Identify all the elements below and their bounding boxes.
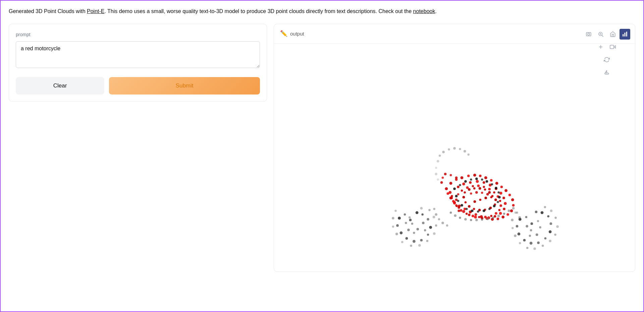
left-wheel bbox=[392, 207, 437, 247]
svg-point-79 bbox=[556, 225, 559, 228]
svg-point-78 bbox=[554, 234, 556, 236]
svg-point-67 bbox=[539, 226, 541, 229]
canvas-area bbox=[274, 44, 635, 271]
svg-point-120 bbox=[502, 197, 505, 199]
desc-text-2: . This demo uses a small, worse quality … bbox=[104, 8, 413, 14]
svg-point-233 bbox=[475, 219, 478, 222]
notebook-link[interactable]: notebook bbox=[413, 8, 435, 14]
svg-point-159 bbox=[494, 198, 497, 201]
svg-point-123 bbox=[499, 212, 502, 215]
svg-point-47 bbox=[428, 209, 431, 211]
svg-point-215 bbox=[467, 153, 470, 156]
svg-point-121 bbox=[504, 202, 507, 205]
svg-point-217 bbox=[435, 167, 437, 169]
svg-point-173 bbox=[488, 191, 491, 194]
svg-point-192 bbox=[475, 178, 478, 180]
svg-point-196 bbox=[495, 187, 497, 189]
svg-point-165 bbox=[468, 205, 471, 208]
svg-point-201 bbox=[488, 208, 491, 210]
clear-button[interactable]: Clear bbox=[16, 77, 104, 95]
svg-point-50 bbox=[525, 216, 528, 218]
desc-text-3: . bbox=[435, 8, 436, 14]
svg-point-115 bbox=[476, 180, 479, 183]
svg-point-66 bbox=[536, 233, 538, 236]
svg-point-127 bbox=[474, 215, 477, 219]
svg-point-214 bbox=[464, 150, 466, 153]
chart-button[interactable] bbox=[620, 29, 630, 40]
svg-point-27 bbox=[416, 211, 419, 214]
svg-point-33 bbox=[409, 216, 411, 219]
svg-point-180 bbox=[475, 191, 478, 194]
svg-point-169 bbox=[468, 188, 471, 191]
svg-point-211 bbox=[448, 148, 450, 151]
svg-point-61 bbox=[541, 211, 544, 214]
svg-point-113 bbox=[462, 183, 465, 186]
svg-point-216 bbox=[437, 160, 439, 163]
svg-point-225 bbox=[512, 207, 515, 210]
svg-point-144 bbox=[498, 209, 501, 211]
screenshot-button[interactable] bbox=[583, 29, 594, 40]
point-e-link[interactable]: Point-E bbox=[87, 8, 104, 14]
svg-point-53 bbox=[518, 233, 521, 236]
svg-point-68 bbox=[537, 220, 539, 222]
svg-point-178 bbox=[458, 209, 460, 212]
svg-point-41 bbox=[410, 245, 412, 247]
submit-button[interactable]: Submit bbox=[109, 77, 260, 95]
chassis-gray bbox=[433, 207, 521, 227]
svg-point-147 bbox=[484, 216, 487, 219]
svg-point-116 bbox=[483, 181, 485, 184]
svg-point-156 bbox=[479, 199, 481, 201]
home-button[interactable] bbox=[607, 29, 618, 40]
svg-point-81 bbox=[550, 209, 553, 212]
svg-point-220 bbox=[433, 208, 435, 210]
button-row: Clear Submit bbox=[16, 77, 260, 95]
svg-point-199 bbox=[497, 201, 499, 203]
svg-point-238 bbox=[503, 213, 505, 215]
svg-point-86 bbox=[467, 175, 470, 177]
svg-point-96 bbox=[512, 204, 515, 207]
output-header: ✏️ output bbox=[274, 24, 635, 44]
svg-point-224 bbox=[446, 225, 448, 227]
svg-point-200 bbox=[493, 205, 496, 207]
svg-point-168 bbox=[464, 191, 466, 194]
svg-point-111 bbox=[445, 187, 448, 190]
svg-point-133 bbox=[448, 191, 451, 194]
handlebars bbox=[435, 147, 470, 181]
svg-point-82 bbox=[544, 206, 546, 208]
svg-point-198 bbox=[498, 196, 501, 199]
svg-point-209 bbox=[439, 154, 441, 157]
svg-point-191 bbox=[470, 179, 472, 181]
desc-text-1: Generated 3D Point Clouds with bbox=[9, 8, 87, 14]
svg-point-64 bbox=[526, 225, 528, 228]
svg-point-100 bbox=[497, 217, 499, 220]
svg-point-70 bbox=[511, 219, 514, 222]
svg-point-75 bbox=[533, 247, 536, 250]
svg-point-193 bbox=[481, 179, 483, 181]
svg-point-73 bbox=[519, 242, 521, 244]
svg-point-137 bbox=[477, 185, 480, 187]
svg-point-231 bbox=[464, 218, 467, 221]
svg-point-223 bbox=[441, 222, 444, 224]
svg-point-1 bbox=[588, 33, 590, 35]
svg-point-90 bbox=[490, 179, 493, 182]
svg-point-32 bbox=[405, 222, 407, 224]
prompt-textarea[interactable]: a red motorcycle bbox=[16, 41, 260, 68]
svg-point-22 bbox=[420, 239, 423, 242]
svg-point-208 bbox=[455, 195, 458, 197]
svg-point-37 bbox=[392, 217, 394, 220]
svg-point-128 bbox=[468, 213, 471, 216]
svg-point-151 bbox=[460, 209, 463, 212]
svg-point-98 bbox=[506, 213, 509, 216]
svg-point-188 bbox=[453, 187, 456, 190]
svg-point-52 bbox=[516, 225, 519, 228]
svg-point-232 bbox=[470, 219, 472, 221]
output-icon: ✏️ bbox=[280, 29, 287, 39]
svg-point-35 bbox=[424, 229, 426, 232]
page-wrapper: Generated 3D Point Clouds with Point-E. … bbox=[9, 7, 635, 272]
svg-point-17 bbox=[398, 217, 401, 220]
zoom-button[interactable] bbox=[595, 29, 606, 40]
svg-point-62 bbox=[535, 210, 538, 213]
svg-point-177 bbox=[455, 204, 458, 206]
svg-point-83 bbox=[449, 182, 452, 185]
svg-point-171 bbox=[479, 187, 481, 190]
